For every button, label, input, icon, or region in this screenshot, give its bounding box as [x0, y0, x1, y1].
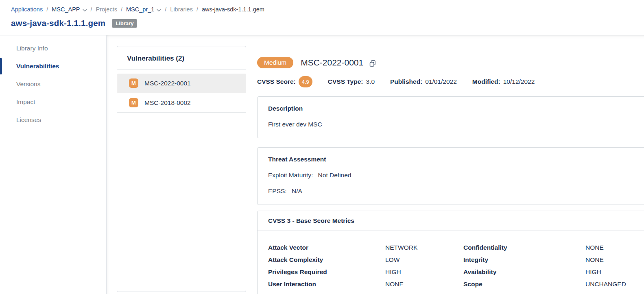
cvss-score: CVSS Score: 4.9 [257, 76, 312, 87]
breadcrumb-libraries: Libraries [170, 6, 193, 13]
cvss-type-label: CVSS Type: [328, 78, 363, 85]
breadcrumb-current-library: aws-java-sdk-1.1.1.gem [202, 6, 264, 13]
sidebar: Library Info Vulnerabilities Versions Im… [0, 35, 107, 294]
metric-label: Attack Complexity [268, 254, 385, 266]
metric-label: Integrity [463, 254, 585, 266]
metric-value: UNCHANGED [585, 278, 644, 290]
list-item-msc-2018-0002[interactable]: M MSC-2018-0002 [117, 93, 246, 113]
metric-label: User Interaction [268, 278, 385, 290]
sidebar-item-vulnerabilities[interactable]: Vulnerabilities [0, 57, 106, 75]
cvss-score-label: CVSS Score: [257, 78, 296, 85]
description-card: Description First ever dev MSC [257, 96, 644, 138]
metric-value: NONE [385, 278, 463, 290]
exploit-maturity-label: Exploit Maturity: [268, 172, 313, 179]
sidebar-item-label: Library Info [16, 45, 48, 52]
sidebar-item-label: Licenses [16, 116, 41, 124]
modified-label: Modified: [472, 78, 500, 85]
exploit-maturity-value: Not Defined [318, 172, 351, 179]
detail-title-row: Medium MSC-2022-0001 [257, 57, 644, 68]
sidebar-item-label: Vulnerabilities [16, 63, 59, 70]
threat-assessment-title: Threat Assessment [268, 156, 644, 163]
chevron-down-icon [83, 7, 87, 13]
modified-value: 10/12/2022 [503, 78, 535, 85]
severity-badge: Medium [257, 57, 293, 68]
metric-label: Confidentiality [463, 242, 585, 254]
published-value: 01/01/2022 [425, 78, 457, 85]
severity-indicator: M [129, 78, 138, 88]
metric-value: NONE [585, 254, 644, 266]
metric-label: Availability [463, 266, 585, 278]
breadcrumb-separator: / [46, 6, 48, 13]
epss-label: EPSS: [268, 187, 287, 194]
vulnerability-meta-row: CVSS Score: 4.9 CVSS Type: 3.0 Published… [257, 76, 644, 87]
library-type-badge: Library [112, 19, 137, 28]
cvss-metrics-grid: Attack Vector NETWORK Confidentiality NO… [258, 231, 644, 294]
vulnerability-title: MSC-2022-0001 [301, 58, 363, 68]
vulnerabilities-list-title: Vulnerabilities (2) [117, 46, 246, 70]
vulnerability-id: MSC-2018-0002 [144, 99, 191, 107]
metric-value: HIGH [585, 266, 644, 278]
active-indicator [0, 58, 2, 74]
metric-value: LOW [385, 254, 463, 266]
sidebar-item-licenses[interactable]: Licenses [0, 111, 106, 129]
severity-indicator: M [129, 98, 138, 107]
vulnerabilities-list: M MSC-2022-0001 M MSC-2018-0002 [117, 70, 246, 113]
breadcrumb-project-label: MSC_pr_1 [126, 6, 154, 13]
main-content: Vulnerabilities (2) M MSC-2022-0001 M MS… [107, 35, 644, 294]
metric-value: NETWORK [385, 242, 463, 254]
published-label: Published: [390, 78, 422, 85]
description-text: First ever dev MSC [268, 121, 644, 128]
metric-value: NONE [585, 242, 644, 254]
sidebar-item-label: Versions [16, 81, 40, 88]
cvss-type-value: 3.0 [366, 78, 375, 85]
metric-label: Scope [463, 278, 585, 290]
breadcrumb-separator: / [165, 6, 166, 13]
epss-row: EPSS: N/A [268, 187, 644, 195]
metric-label: Privileges Required [268, 266, 385, 278]
vulnerabilities-list-panel: Vulnerabilities (2) M MSC-2022-0001 M MS… [117, 46, 246, 292]
description-title: Description [268, 105, 644, 112]
cvss-score-badge: 4.9 [299, 76, 312, 87]
page-header: aws-java-sdk-1.1.1.gem Library [11, 18, 137, 28]
metric-value: HIGH [385, 266, 463, 278]
sidebar-item-label: Impact [16, 98, 35, 106]
cvss-type: CVSS Type: 3.0 [328, 78, 375, 85]
breadcrumb-project-selector[interactable]: MSC_pr_1 [126, 6, 161, 13]
breadcrumb-app-label: MSC_APP [52, 6, 80, 13]
breadcrumb-projects: Projects [96, 6, 117, 13]
sidebar-item-versions[interactable]: Versions [0, 75, 106, 93]
copy-icon[interactable] [369, 60, 376, 67]
cvss-metrics-title: CVSS 3 - Base Score Metrics [258, 211, 644, 231]
breadcrumb: Applications / MSC_APP / Projects / MSC_… [11, 6, 264, 13]
vulnerability-id: MSC-2022-0001 [144, 80, 191, 87]
exploit-maturity-row: Exploit Maturity: Not Defined [268, 172, 644, 179]
epss-value: N/A [292, 187, 302, 194]
breadcrumb-separator: / [196, 6, 198, 13]
modified-date: Modified: 10/12/2022 [472, 78, 535, 85]
metric-label: Attack Vector [268, 242, 385, 254]
page-title: aws-java-sdk-1.1.1.gem [11, 18, 105, 28]
breadcrumb-application-selector[interactable]: MSC_APP [52, 6, 87, 13]
breadcrumb-applications[interactable]: Applications [11, 6, 43, 13]
sidebar-item-impact[interactable]: Impact [0, 93, 106, 111]
breadcrumb-separator: / [91, 6, 92, 13]
list-item-msc-2022-0001[interactable]: M MSC-2022-0001 [117, 74, 246, 93]
sidebar-item-library-info[interactable]: Library Info [0, 39, 106, 57]
breadcrumb-separator: / [121, 6, 122, 13]
threat-assessment-card: Threat Assessment Exploit Maturity: Not … [257, 147, 644, 205]
cvss-base-score-metrics-card: CVSS 3 - Base Score Metrics Attack Vecto… [257, 211, 644, 294]
vulnerability-detail-panel: Medium MSC-2022-0001 CVSS Score: 4.9 CVS… [257, 57, 644, 294]
chevron-down-icon [157, 7, 161, 13]
library-detail-page: Applications / MSC_APP / Projects / MSC_… [0, 0, 644, 294]
published-date: Published: 01/01/2022 [390, 78, 457, 85]
